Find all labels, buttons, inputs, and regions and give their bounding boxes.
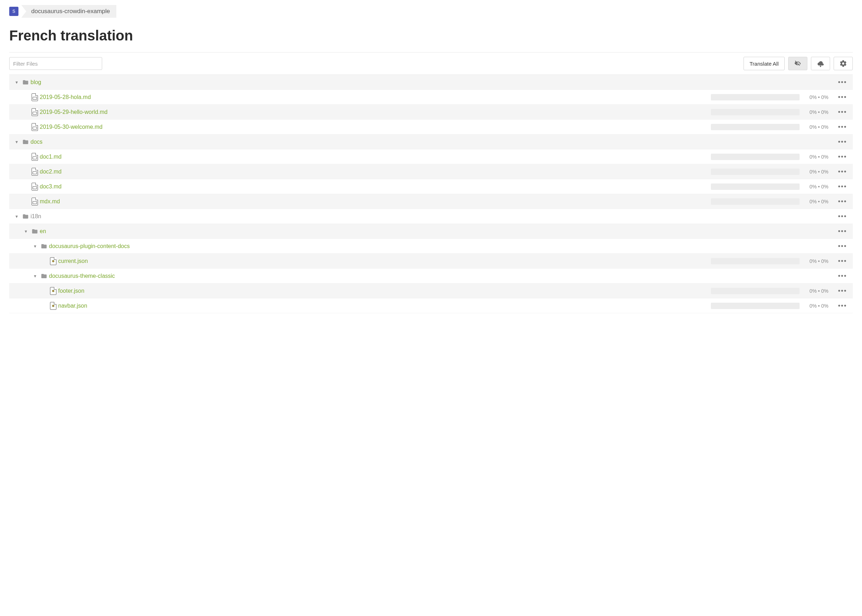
file-name[interactable]: mdx.md [40, 198, 705, 205]
progress-bar [711, 258, 799, 264]
breadcrumb-project[interactable]: docusaurus-crowdin-example [21, 5, 116, 18]
markdown-file-icon [30, 168, 40, 176]
folder-name[interactable]: docs [30, 139, 705, 145]
folder-name[interactable]: blog [30, 79, 705, 85]
file-tree: ▼blog•••▼2019-05-28-hola.md0% • 0%•••▼20… [9, 74, 853, 313]
folder-row: ▼en••• [9, 224, 853, 239]
progress-percent: 0% • 0% [810, 124, 837, 130]
cloud-sync-icon [816, 60, 824, 68]
filter-input[interactable] [9, 57, 102, 70]
folder-row: ▼blog••• [9, 75, 853, 90]
breadcrumb: S docusaurus-crowdin-example [9, 5, 853, 18]
json-file-icon [48, 287, 58, 295]
progress-bar [711, 94, 799, 101]
folder-icon [20, 213, 30, 220]
progress-bar [711, 303, 799, 309]
row-more-button[interactable]: ••• [837, 123, 848, 130]
eye-off-icon [794, 60, 802, 68]
markdown-file-icon [30, 123, 40, 131]
file-name[interactable]: doc2.md [40, 168, 705, 175]
expand-caret[interactable]: ▼ [13, 214, 20, 218]
row-more-button[interactable]: ••• [837, 302, 848, 310]
expand-caret[interactable]: ▼ [31, 274, 39, 278]
translate-all-button[interactable]: Translate All [744, 57, 785, 70]
file-row: ▼footer.json0% • 0%••• [9, 283, 853, 299]
progress-percent: 0% • 0% [810, 94, 837, 100]
progress-bar [711, 184, 799, 190]
visibility-toggle-button[interactable] [788, 57, 807, 70]
folder-icon [39, 273, 49, 279]
file-row: ▼doc2.md0% • 0%••• [9, 164, 853, 179]
folder-name[interactable]: docusaurus-theme-classic [49, 273, 705, 279]
expand-caret[interactable]: ▼ [13, 140, 20, 144]
json-file-icon [48, 257, 58, 265]
file-row: ▼navbar.json0% • 0%••• [9, 299, 853, 313]
folder-icon [20, 79, 30, 85]
progress-percent: 0% • 0% [810, 109, 837, 115]
progress-bar [711, 124, 799, 130]
row-more-button[interactable]: ••• [837, 228, 848, 235]
file-name[interactable]: doc1.md [40, 154, 705, 160]
file-name[interactable]: footer.json [58, 288, 705, 294]
row-more-button[interactable]: ••• [837, 242, 848, 250]
toolbar: Translate All [9, 57, 853, 70]
file-row: ▼mdx.md0% • 0%••• [9, 194, 853, 209]
folder-row: ▼docusaurus-plugin-content-docs••• [9, 239, 853, 254]
progress-percent: 0% • 0% [810, 184, 837, 190]
expand-caret[interactable]: ▼ [31, 244, 39, 248]
row-more-button[interactable]: ••• [837, 272, 848, 280]
folder-row: ▼docs••• [9, 135, 853, 149]
json-file-icon [48, 302, 58, 310]
row-more-button[interactable]: ••• [837, 212, 848, 220]
file-row: ▼2019-05-29-hello-world.md0% • 0%••• [9, 105, 853, 119]
progress-percent: 0% • 0% [810, 199, 837, 204]
markdown-file-icon [30, 183, 40, 190]
row-more-button[interactable]: ••• [837, 79, 848, 86]
row-more-button[interactable]: ••• [837, 168, 848, 175]
folder-name[interactable]: i18n [30, 213, 705, 220]
progress-bar [711, 154, 799, 160]
progress-percent: 0% • 0% [810, 258, 837, 264]
row-more-button[interactable]: ••• [837, 108, 848, 116]
progress-percent: 0% • 0% [810, 303, 837, 309]
file-name[interactable]: current.json [58, 258, 705, 264]
file-name[interactable]: 2019-05-28-hola.md [40, 94, 705, 101]
file-name[interactable]: doc3.md [40, 184, 705, 190]
row-more-button[interactable]: ••• [837, 153, 848, 160]
markdown-file-icon [30, 108, 40, 116]
progress-bar [711, 288, 799, 294]
row-more-button[interactable]: ••• [837, 257, 848, 265]
project-avatar[interactable]: S [9, 7, 19, 16]
row-more-button[interactable]: ••• [837, 138, 848, 146]
progress-bar [711, 198, 799, 205]
markdown-file-icon [30, 153, 40, 161]
file-name[interactable]: 2019-05-29-hello-world.md [40, 109, 705, 115]
folder-row: ▼i18n••• [9, 209, 853, 224]
folder-icon [39, 243, 49, 250]
file-row: ▼current.json0% • 0%••• [9, 254, 853, 269]
expand-caret[interactable]: ▼ [13, 80, 20, 85]
folder-icon [20, 139, 30, 145]
row-more-button[interactable]: ••• [837, 287, 848, 294]
gear-icon [839, 60, 847, 68]
expand-caret[interactable]: ▼ [22, 229, 30, 234]
file-row: ▼doc1.md0% • 0%••• [9, 149, 853, 164]
file-name[interactable]: navbar.json [58, 303, 705, 309]
sync-button[interactable] [811, 57, 830, 70]
settings-button[interactable] [834, 57, 853, 70]
row-more-button[interactable]: ••• [837, 93, 848, 101]
markdown-file-icon [30, 198, 40, 206]
progress-bar [711, 109, 799, 115]
progress-bar [711, 168, 799, 175]
folder-row: ▼docusaurus-theme-classic••• [9, 269, 853, 283]
folder-icon [30, 228, 40, 234]
folder-name[interactable]: docusaurus-plugin-content-docs [49, 243, 705, 250]
file-row: ▼2019-05-28-hola.md0% • 0%••• [9, 90, 853, 105]
markdown-file-icon [30, 93, 40, 101]
row-more-button[interactable]: ••• [837, 198, 848, 205]
row-more-button[interactable]: ••• [837, 183, 848, 190]
file-name[interactable]: 2019-05-30-welcome.md [40, 124, 705, 130]
file-row: ▼2019-05-30-welcome.md0% • 0%••• [9, 119, 853, 135]
progress-percent: 0% • 0% [810, 154, 837, 160]
folder-name[interactable]: en [40, 228, 705, 234]
